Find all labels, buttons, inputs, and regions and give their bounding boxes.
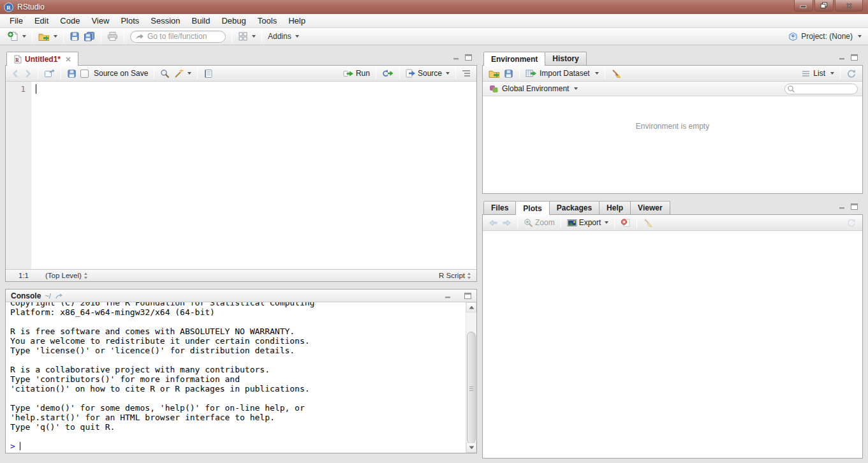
save-source-button[interactable]	[65, 68, 78, 80]
console-prompt-line[interactable]: >	[10, 441, 465, 451]
toolbar-separator	[32, 31, 33, 42]
tab-files[interactable]: Files	[483, 201, 516, 214]
toolbar-separator	[517, 217, 518, 228]
line-number: 1	[6, 84, 26, 94]
print-button[interactable]	[105, 30, 120, 43]
save-icon	[504, 69, 513, 78]
file-type-selector[interactable]: R Script	[439, 272, 471, 279]
clear-environment-button[interactable]	[609, 68, 623, 80]
open-file-button[interactable]	[36, 31, 59, 43]
project-selector[interactable]: R Project: (None)	[788, 32, 862, 41]
outline-icon	[462, 70, 471, 77]
tab-environment[interactable]: Environment	[483, 52, 545, 66]
remove-plot-button[interactable]	[619, 217, 633, 228]
minimize-pane-icon[interactable]	[445, 293, 452, 299]
menu-item[interactable]: File	[4, 14, 29, 28]
goto-file-input[interactable]	[130, 31, 226, 43]
clear-plots-button[interactable]	[641, 217, 655, 229]
close-button[interactable]	[835, 0, 863, 11]
previous-plot-button[interactable]	[487, 217, 500, 228]
load-workspace-button[interactable]	[487, 68, 502, 80]
find-replace-button[interactable]	[158, 68, 172, 80]
menu-item[interactable]: View	[85, 14, 115, 28]
environment-scope-selector[interactable]: Global Environment	[487, 83, 580, 94]
pane-layout-button[interactable]	[236, 30, 258, 43]
menu-item[interactable]: Plots	[115, 14, 145, 28]
list-label: List	[813, 69, 825, 78]
minimize-pane-icon[interactable]	[839, 54, 846, 61]
run-button[interactable]: Run	[341, 68, 372, 79]
popout-window-icon	[44, 69, 55, 78]
back-button[interactable]	[10, 68, 22, 79]
scroll-down-button[interactable]	[466, 443, 476, 453]
restore-button[interactable]	[814, 0, 834, 11]
compile-report-button[interactable]	[202, 68, 215, 80]
next-plot-button[interactable]	[500, 217, 513, 228]
console-header: Console ~/	[6, 290, 476, 302]
menu-item[interactable]: Build	[186, 14, 216, 28]
svg-text:R: R	[15, 57, 19, 62]
files-plots-pane: Files Plots Packages Help Viewer	[482, 200, 863, 459]
source-button[interactable]: Source	[404, 68, 452, 79]
source-on-save-toggle[interactable]: Source on Save	[78, 68, 150, 79]
code-editor[interactable]: 1	[6, 82, 476, 269]
toolbar-separator	[261, 31, 262, 42]
save-button[interactable]	[68, 30, 82, 43]
tab-help[interactable]: Help	[599, 201, 631, 214]
maximize-pane-icon[interactable]	[851, 203, 858, 210]
title-bar[interactable]: R RStudio	[0, 0, 868, 14]
scope-selector[interactable]: (Top Level)	[45, 272, 88, 279]
popout-arrow-icon[interactable]	[55, 292, 64, 300]
editor-content[interactable]	[31, 82, 476, 269]
save-workspace-button[interactable]	[502, 68, 515, 80]
save-all-button[interactable]	[82, 30, 97, 43]
maximize-pane-icon[interactable]	[464, 293, 471, 299]
console-output-area[interactable]: Copyright (C) 2016 The R Foundation for …	[6, 302, 476, 453]
menu-item[interactable]: Debug	[216, 14, 251, 28]
import-dataset-button[interactable]: Import Dataset	[524, 68, 601, 79]
environment-search-input[interactable]	[784, 84, 858, 94]
zoom-plot-button[interactable]: Zoom	[522, 217, 557, 229]
popout-button[interactable]	[42, 68, 57, 79]
environment-pane: Environment History	[482, 51, 863, 194]
menu-item[interactable]: Help	[283, 14, 311, 28]
new-file-button[interactable]	[6, 30, 28, 43]
refresh-button[interactable]	[844, 68, 858, 80]
back-arrow-icon	[11, 70, 20, 78]
menu-item[interactable]: Code	[54, 14, 85, 28]
search-icon	[787, 85, 795, 93]
maximize-pane-icon[interactable]	[465, 54, 472, 61]
document-outline-button[interactable]	[460, 68, 473, 78]
export-plot-button[interactable]: Export	[565, 217, 611, 228]
tab-history[interactable]: History	[545, 52, 586, 65]
source-on-save-checkbox[interactable]	[80, 70, 89, 78]
list-icon	[802, 70, 810, 77]
scroll-up-button[interactable]	[466, 302, 476, 312]
list-view-button[interactable]: List	[800, 68, 836, 79]
menu-item[interactable]: Tools	[252, 14, 283, 28]
tab-viewer[interactable]: Viewer	[630, 201, 670, 214]
tab-packages[interactable]: Packages	[549, 201, 600, 214]
close-tab-icon[interactable]	[66, 57, 71, 62]
minimize-pane-icon[interactable]	[839, 203, 846, 210]
rerun-button[interactable]	[380, 68, 395, 79]
console-scrollbar[interactable]	[466, 302, 476, 453]
menu-item[interactable]: Edit	[29, 14, 54, 28]
addins-button[interactable]: Addins	[266, 31, 301, 42]
forward-button[interactable]	[22, 68, 34, 79]
chevron-down-icon	[22, 35, 26, 38]
toolbar-separator	[38, 68, 38, 79]
minimize-button[interactable]	[794, 0, 813, 11]
code-tools-button[interactable]	[172, 68, 193, 80]
tab-plots[interactable]: Plots	[515, 201, 549, 215]
tab-untitled1[interactable]: R Untitled1*	[6, 52, 78, 66]
toolbar-separator	[561, 217, 561, 228]
maximize-pane-icon[interactable]	[851, 54, 858, 61]
toolbar-separator	[232, 31, 232, 42]
minimize-pane-icon[interactable]	[453, 54, 460, 61]
refresh-plots-button[interactable]	[844, 217, 858, 229]
scrollbar-thumb[interactable]	[467, 332, 476, 444]
chevron-down-icon	[54, 35, 57, 38]
menu-item[interactable]: Session	[145, 14, 186, 28]
environment-empty-message: Environment is empty	[636, 122, 709, 131]
